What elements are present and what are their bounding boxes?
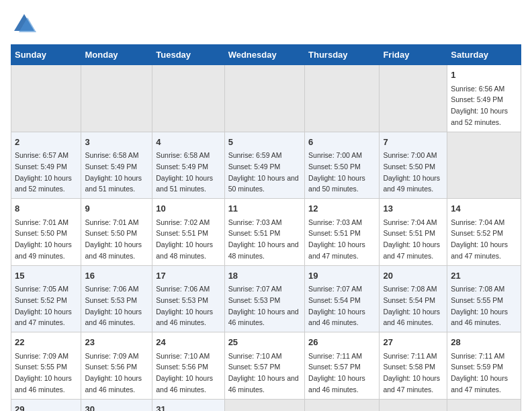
calendar-day: 8Sunrise: 7:01 AMSunset: 5:50 PMDaylight… — [11, 199, 81, 266]
calendar-day-empty — [447, 132, 521, 199]
header-day: Saturday — [447, 45, 521, 65]
calendar-day-empty — [152, 65, 224, 132]
calendar-day-empty — [447, 399, 521, 411]
calendar-day: 28Sunrise: 7:11 AMSunset: 5:59 PMDayligh… — [447, 332, 521, 400]
calendar-day-empty — [305, 399, 380, 411]
calendar-day-empty — [305, 65, 380, 132]
calendar-day-empty — [224, 399, 304, 411]
calendar-day: 24Sunrise: 7:10 AMSunset: 5:56 PMDayligh… — [152, 332, 224, 400]
calendar-day: 19Sunrise: 7:07 AMSunset: 5:54 PMDayligh… — [305, 265, 380, 332]
calendar-day: 23Sunrise: 7:09 AMSunset: 5:56 PMDayligh… — [81, 332, 152, 400]
calendar-day: 13Sunrise: 7:04 AMSunset: 5:51 PMDayligh… — [380, 199, 447, 266]
page-header — [11, 11, 521, 38]
header-day: Monday — [81, 45, 152, 65]
calendar-week: 22Sunrise: 7:09 AMSunset: 5:55 PMDayligh… — [11, 332, 521, 400]
calendar-week: 2Sunrise: 6:57 AMSunset: 5:49 PMDaylight… — [11, 132, 521, 199]
calendar-day: 31Sunrise: 7:13 AMSunset: 6:00 PMDayligh… — [152, 399, 224, 411]
calendar-day: 30Sunrise: 7:12 AMSunset: 6:00 PMDayligh… — [81, 399, 152, 411]
calendar-week: 15Sunrise: 7:05 AMSunset: 5:52 PMDayligh… — [11, 265, 521, 332]
calendar-week: 8Sunrise: 7:01 AMSunset: 5:50 PMDaylight… — [11, 199, 521, 266]
header-day: Wednesday — [224, 45, 304, 65]
calendar-day: 27Sunrise: 7:11 AMSunset: 5:58 PMDayligh… — [380, 332, 447, 400]
calendar-day: 12Sunrise: 7:03 AMSunset: 5:51 PMDayligh… — [305, 199, 380, 266]
calendar-day: 14Sunrise: 7:04 AMSunset: 5:52 PMDayligh… — [447, 199, 521, 266]
calendar-day-empty — [11, 65, 81, 132]
header-day: Sunday — [11, 45, 81, 65]
calendar-day: 16Sunrise: 7:06 AMSunset: 5:53 PMDayligh… — [81, 265, 152, 332]
calendar-day: 10Sunrise: 7:02 AMSunset: 5:51 PMDayligh… — [152, 199, 224, 266]
calendar-day: 17Sunrise: 7:06 AMSunset: 5:53 PMDayligh… — [152, 265, 224, 332]
header-day: Tuesday — [152, 45, 224, 65]
calendar-body: 1Sunrise: 6:56 AMSunset: 5:49 PMDaylight… — [11, 65, 521, 412]
calendar-day: 6Sunrise: 7:00 AMSunset: 5:50 PMDaylight… — [305, 132, 380, 199]
calendar-table: SundayMondayTuesdayWednesdayThursdayFrid… — [11, 44, 521, 411]
calendar-day-empty — [81, 65, 152, 132]
logo-icon — [11, 11, 38, 38]
logo — [11, 11, 40, 38]
calendar-day: 29Sunrise: 7:12 AMSunset: 5:59 PMDayligh… — [11, 399, 81, 411]
calendar-day: 7Sunrise: 7:00 AMSunset: 5:50 PMDaylight… — [380, 132, 447, 199]
calendar-day: 1Sunrise: 6:56 AMSunset: 5:49 PMDaylight… — [447, 65, 521, 132]
calendar-day: 4Sunrise: 6:58 AMSunset: 5:49 PMDaylight… — [152, 132, 224, 199]
header-day: Friday — [380, 45, 447, 65]
calendar-day-empty — [380, 65, 447, 132]
calendar-week: 29Sunrise: 7:12 AMSunset: 5:59 PMDayligh… — [11, 399, 521, 411]
calendar-day: 9Sunrise: 7:01 AMSunset: 5:50 PMDaylight… — [81, 199, 152, 266]
header-day: Thursday — [305, 45, 380, 65]
calendar-header: SundayMondayTuesdayWednesdayThursdayFrid… — [11, 45, 521, 65]
calendar-day: 5Sunrise: 6:59 AMSunset: 5:49 PMDaylight… — [224, 132, 304, 199]
calendar-day: 15Sunrise: 7:05 AMSunset: 5:52 PMDayligh… — [11, 265, 81, 332]
calendar-day: 18Sunrise: 7:07 AMSunset: 5:53 PMDayligh… — [224, 265, 304, 332]
calendar-day: 20Sunrise: 7:08 AMSunset: 5:54 PMDayligh… — [380, 265, 447, 332]
calendar-week: 1Sunrise: 6:56 AMSunset: 5:49 PMDaylight… — [11, 65, 521, 132]
calendar-day: 3Sunrise: 6:58 AMSunset: 5:49 PMDaylight… — [81, 132, 152, 199]
calendar-day: 25Sunrise: 7:10 AMSunset: 5:57 PMDayligh… — [224, 332, 304, 400]
calendar-day: 26Sunrise: 7:11 AMSunset: 5:57 PMDayligh… — [305, 332, 380, 400]
calendar-day: 22Sunrise: 7:09 AMSunset: 5:55 PMDayligh… — [11, 332, 81, 400]
calendar-day-empty — [380, 399, 447, 411]
header-row: SundayMondayTuesdayWednesdayThursdayFrid… — [11, 45, 521, 65]
calendar-day: 2Sunrise: 6:57 AMSunset: 5:49 PMDaylight… — [11, 132, 81, 199]
calendar-day: 11Sunrise: 7:03 AMSunset: 5:51 PMDayligh… — [224, 199, 304, 266]
calendar-day-empty — [224, 65, 304, 132]
calendar-day: 21Sunrise: 7:08 AMSunset: 5:55 PMDayligh… — [447, 265, 521, 332]
